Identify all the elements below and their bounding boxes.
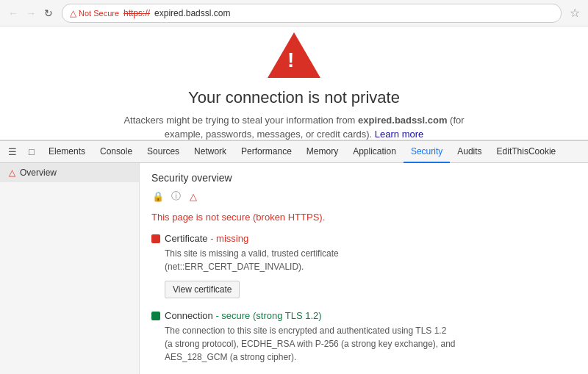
info-icon[interactable]: ⓘ	[169, 190, 182, 203]
connection-section: Connection - secure (strong TLS 1.2) The…	[151, 310, 576, 364]
connection-label: Connection	[165, 310, 213, 321]
devtools-panel: ☰ □ Elements Console Sources Network Per…	[0, 140, 588, 374]
certificate-body: This site is missing a valid, trusted ce…	[165, 247, 576, 273]
tab-sources[interactable]: Sources	[140, 141, 187, 163]
error-domain: expired.badssl.com	[358, 115, 447, 126]
back-button[interactable]: ←	[6, 6, 21, 21]
warning-icon: △	[70, 8, 76, 18]
url-https: https://	[123, 8, 150, 18]
certificate-section: Certificate - missing This site is missi…	[151, 233, 576, 298]
tab-console[interactable]: Console	[93, 141, 140, 163]
forward-button[interactable]: →	[24, 6, 38, 21]
tab-memory[interactable]: Memory	[299, 141, 345, 163]
devtools-dock-icon[interactable]: □	[22, 142, 41, 162]
security-main-panel: Security overview 🔒 ⓘ △ This page is not…	[140, 163, 588, 374]
view-certificate-button[interactable]: View certificate	[165, 281, 240, 298]
warning-triangle-container	[268, 32, 320, 88]
sidebar-overview-label: Overview	[20, 168, 57, 178]
reload-button[interactable]: ↻	[41, 6, 56, 21]
connection-status: - secure (strong TLS 1.2)	[213, 310, 322, 321]
not-secure-label: Not Secure	[79, 9, 119, 18]
overview-warning-icon: △	[9, 168, 15, 178]
connection-body: The connection to this site is encrypted…	[165, 324, 576, 364]
sidebar-item-overview[interactable]: △ Overview	[0, 163, 139, 182]
certificate-status-dot	[151, 234, 160, 243]
nav-buttons: ← → ↻	[6, 6, 56, 21]
error-description: Attackers might be trying to steal your …	[118, 113, 470, 142]
connection-header: Connection - secure (strong TLS 1.2)	[151, 310, 576, 321]
not-secure-badge: △ Not Secure	[70, 8, 119, 18]
security-warning-icon[interactable]: △	[187, 190, 200, 203]
certificate-title: Certificate - missing	[165, 233, 248, 244]
tab-application[interactable]: Application	[345, 141, 404, 163]
tab-network[interactable]: Network	[187, 141, 234, 163]
url-domain: expired.badssl.com	[154, 8, 230, 18]
lock-icon[interactable]: 🔒	[151, 190, 165, 203]
error-desc-prefix: Attackers might be trying to steal your …	[123, 115, 358, 126]
tab-elements[interactable]: Elements	[41, 141, 93, 163]
devtools-tab-bar: ☰ □ Elements Console Sources Network Per…	[0, 141, 588, 163]
devtools-toggle-icon[interactable]: ☰	[3, 142, 22, 162]
tab-editthiscookie[interactable]: EditThisCookie	[490, 141, 564, 163]
learn-more-link[interactable]: Learn more	[375, 129, 423, 140]
warning-triangle-icon	[268, 32, 320, 78]
certificate-status: - missing	[208, 233, 249, 244]
security-icon-row: 🔒 ⓘ △	[151, 190, 576, 203]
devtools-sidebar: △ Overview	[0, 163, 140, 374]
error-title: Your connection is not private	[188, 88, 400, 107]
security-overview-title: Security overview	[151, 172, 576, 184]
certificate-label: Certificate	[165, 233, 208, 244]
tab-audits[interactable]: Audits	[450, 141, 489, 163]
connection-title: Connection - secure (strong TLS 1.2)	[165, 310, 322, 321]
not-secure-message: This page is not secure (broken HTTPS).	[151, 212, 576, 223]
tab-security[interactable]: Security	[404, 141, 450, 163]
connection-status-dot	[151, 312, 160, 320]
certificate-header: Certificate - missing	[151, 233, 576, 244]
error-page: Your connection is not private Attackers…	[0, 26, 588, 140]
bookmark-button[interactable]: ☆	[567, 6, 582, 21]
tab-performance[interactable]: Performance	[234, 141, 299, 163]
devtools-content: △ Overview Security overview 🔒 ⓘ △ This …	[0, 163, 588, 374]
browser-toolbar: ← → ↻ △ Not Secure https://expired.badss…	[0, 0, 588, 26]
address-bar[interactable]: △ Not Secure https://expired.badssl.com	[62, 4, 562, 23]
